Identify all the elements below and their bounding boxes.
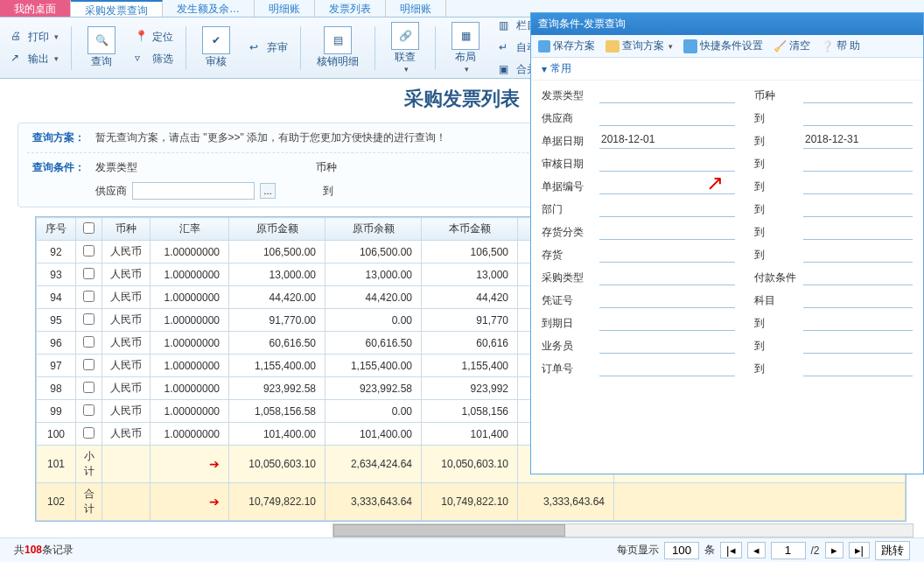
field-label: 存货 <box>542 248 594 263</box>
field-to-label: 到 <box>754 134 798 149</box>
locate-button[interactable]: 📍定位 <box>131 28 177 46</box>
tab-invoice-query[interactable]: 采购发票查询 <box>71 0 163 17</box>
field-input-from[interactable]: 2018-12-01 <box>599 133 735 149</box>
field-input-to[interactable] <box>803 247 913 263</box>
field-to-label: 到 <box>754 157 798 172</box>
row-checkbox[interactable] <box>83 382 94 393</box>
col-orig-bal[interactable]: 原币余额 <box>326 218 422 241</box>
field-input-from[interactable] <box>599 338 735 354</box>
field-to-label: 到 <box>754 316 798 331</box>
col-orig-amt[interactable]: 原币金额 <box>229 218 326 241</box>
tab-balance[interactable]: 发生额及余… <box>163 0 255 17</box>
tab-detail1[interactable]: 明细账 <box>255 0 315 17</box>
list-icon: ▤ <box>324 26 352 54</box>
row-checkbox[interactable] <box>83 313 94 325</box>
prev-page-button[interactable]: ◂ <box>747 542 766 558</box>
dialog-toolbar: 保存方案 查询方案▾ 快捷条件设置 🧹清空 ❔帮 助 <box>531 35 923 58</box>
field-input-from[interactable] <box>599 88 735 103</box>
row-checkbox[interactable] <box>83 404 94 416</box>
dialog-title: 查询条件-发票查询 <box>531 13 923 35</box>
field-input-to[interactable] <box>803 88 913 103</box>
field-label: 凭证号 <box>542 293 594 308</box>
form-row: 部门 到 <box>542 198 913 221</box>
h-scrollbar[interactable] <box>332 523 914 537</box>
field-input-from[interactable] <box>599 201 735 217</box>
jump-button[interactable]: 跳转 <box>875 541 910 560</box>
page-input[interactable] <box>771 542 806 559</box>
print-button[interactable]: 🖨 打印▾ <box>7 28 62 46</box>
disk-icon <box>538 40 550 53</box>
field-input-to[interactable] <box>803 224 913 240</box>
form-row: 存货分类 到 <box>542 221 913 243</box>
save-plan-button[interactable]: 保存方案 <box>538 39 595 53</box>
col-check[interactable] <box>76 218 102 241</box>
field-input-to[interactable] <box>803 110 913 126</box>
filter-button[interactable]: ▿筛选 <box>131 50 177 68</box>
tab-detail2[interactable]: 明细账 <box>386 0 446 17</box>
output-button[interactable]: ↗ 输出▾ <box>7 50 62 68</box>
help-button[interactable]: ❔帮 助 <box>821 39 860 53</box>
first-page-button[interactable]: |◂ <box>720 542 741 558</box>
field-input-to[interactable] <box>803 156 913 172</box>
col-seq[interactable]: 序号 <box>37 218 76 241</box>
field-input-to[interactable] <box>803 270 913 285</box>
field-to-label: 到 <box>754 111 798 126</box>
col-local-amt[interactable]: 本币金额 <box>422 218 518 241</box>
field-input-from[interactable] <box>599 315 735 331</box>
last-page-button[interactable]: ▸| <box>849 542 870 558</box>
checkall-box[interactable] <box>83 222 94 234</box>
col-currency[interactable]: 币种 <box>102 218 150 241</box>
field-input-from[interactable] <box>599 224 735 240</box>
link-icon: 🔗 <box>391 22 419 50</box>
field-to-label: 币种 <box>754 88 798 103</box>
row-checkbox[interactable] <box>83 291 94 302</box>
supplier-input[interactable] <box>132 182 255 200</box>
page-total: /2 <box>811 544 820 557</box>
query-button[interactable]: 🔍 查询 <box>80 23 122 73</box>
row-checkbox[interactable] <box>83 359 94 370</box>
verify-detail-button[interactable]: ▤ 核销明细 <box>310 23 366 73</box>
common-section-header[interactable]: ▾ 常用 <box>531 58 923 81</box>
tab-invoice-list[interactable]: 发票列表 <box>315 0 386 17</box>
field-input-from[interactable] <box>599 270 735 285</box>
row-checkbox[interactable] <box>83 268 94 279</box>
layout-button[interactable]: ▦ 布局▾ <box>444 18 486 77</box>
row-checkbox[interactable] <box>83 245 94 256</box>
merge-icon: ▣ <box>499 63 513 77</box>
search-icon: 🔍 <box>88 26 116 54</box>
field-input-to[interactable] <box>803 361 913 376</box>
form-row: 发票类型 币种 <box>542 84 913 107</box>
field-to-label: 到 <box>754 179 798 194</box>
field-label: 部门 <box>542 202 594 217</box>
field-input-from[interactable] <box>599 292 735 308</box>
clear-button[interactable]: 🧹清空 <box>774 39 810 53</box>
field-input-to[interactable] <box>803 201 913 217</box>
field-input-to[interactable] <box>803 292 913 308</box>
joint-query-button[interactable]: 🔗 联查▾ <box>384 18 426 77</box>
row-checkbox[interactable] <box>83 427 94 439</box>
pin-icon: 📍 <box>135 30 149 44</box>
field-input-to[interactable] <box>803 338 913 354</box>
record-count: 共108条记录 <box>14 543 74 558</box>
per-page-input[interactable] <box>664 542 699 559</box>
field-input-from[interactable] <box>599 361 735 376</box>
unaudit-button[interactable]: ↩弃审 <box>246 39 291 57</box>
currency-label: 币种 <box>316 160 337 175</box>
col-rate[interactable]: 汇率 <box>150 218 229 241</box>
field-input-to[interactable]: 2018-12-31 <box>803 133 913 149</box>
field-label: 到期日 <box>542 316 594 331</box>
supplier-pick-button[interactable]: … <box>260 183 276 199</box>
field-to-label: 到 <box>754 339 798 354</box>
quick-settings-button[interactable]: 快捷条件设置 <box>683 39 763 53</box>
field-input-from[interactable] <box>599 156 735 172</box>
field-input-to[interactable] <box>803 179 913 194</box>
next-page-button[interactable]: ▸ <box>825 542 844 558</box>
query-plan-dropdown[interactable]: 查询方案▾ <box>606 39 673 53</box>
field-input-from[interactable] <box>599 179 735 194</box>
field-input-from[interactable] <box>599 247 735 263</box>
field-input-to[interactable] <box>803 315 913 331</box>
audit-button[interactable]: ✔ 审核 <box>195 23 237 73</box>
tab-desktop[interactable]: 我的桌面 <box>0 0 71 17</box>
field-input-from[interactable] <box>599 110 735 126</box>
row-checkbox[interactable] <box>83 336 94 348</box>
